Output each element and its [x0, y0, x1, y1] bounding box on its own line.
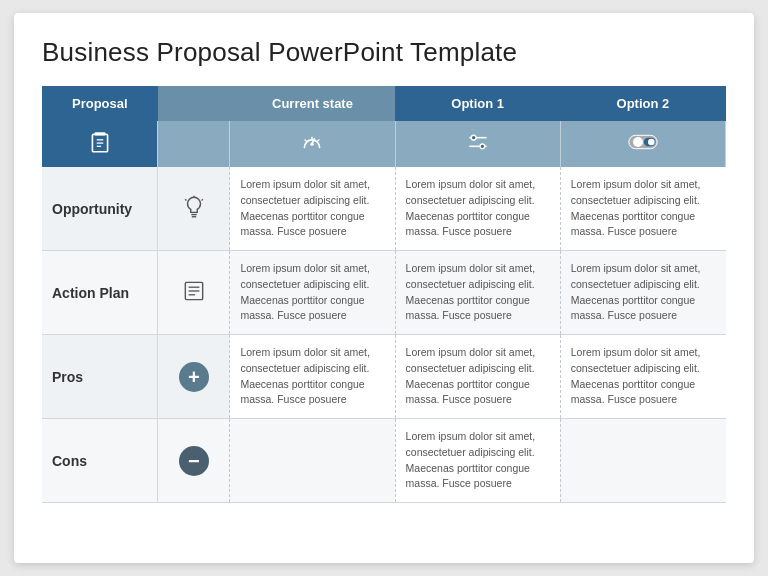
- table-row-pros: Pros + Lorem ipsum dolor sit amet, conse…: [42, 335, 726, 419]
- row-label-actionplan: Action Plan: [42, 251, 158, 335]
- row-text-actionplan-opt1: Lorem ipsum dolor sit amet, consectetuer…: [395, 251, 560, 335]
- toggle-icon: [628, 133, 658, 151]
- table-row-opportunity: Opportunity Lorem ipsum dolor sit amet, …: [42, 167, 726, 251]
- svg-point-14: [633, 137, 643, 147]
- row-text-cons-opt2: [560, 419, 725, 503]
- table-row-cons: Cons − Lorem ipsum dolor sit amet, conse…: [42, 419, 726, 503]
- row-icon-cons: −: [158, 419, 230, 503]
- sliders-icon: [465, 129, 491, 155]
- svg-point-12: [480, 144, 485, 149]
- table-header-row: Proposal Current state Option 1 Option 2: [42, 86, 726, 121]
- th-icon-spacer: [158, 86, 230, 121]
- lightbulb-icon: [181, 194, 207, 220]
- row-label-opportunity: Opportunity: [42, 167, 158, 251]
- row-text-cons-opt1: Lorem ipsum dolor sit amet, consectetuer…: [395, 419, 560, 503]
- icon-opt2-cell: [560, 121, 725, 167]
- row-text-cons-current: [230, 419, 395, 503]
- svg-line-21: [201, 199, 202, 200]
- table-icon-row: [42, 121, 726, 167]
- svg-point-5: [311, 143, 314, 146]
- row-text-opportunity-opt2: Lorem ipsum dolor sit amet, consectetuer…: [560, 167, 725, 251]
- svg-point-10: [471, 135, 476, 140]
- row-label-pros: Pros: [42, 335, 158, 419]
- icon-current-placeholder: [158, 121, 230, 167]
- slide-title: Business Proposal PowerPoint Template: [42, 37, 726, 68]
- clipboard-icon: [87, 129, 113, 155]
- row-text-pros-opt1: Lorem ipsum dolor sit amet, consectetuer…: [395, 335, 560, 419]
- row-label-cons: Cons: [42, 419, 158, 503]
- row-icon-actionplan: [158, 251, 230, 335]
- row-icon-pros: +: [158, 335, 230, 419]
- speedometer-icon: [299, 129, 325, 155]
- row-text-pros-opt2: Lorem ipsum dolor sit amet, consectetuer…: [560, 335, 725, 419]
- slide: Business Proposal PowerPoint Template Pr…: [14, 13, 754, 563]
- svg-line-20: [185, 199, 186, 200]
- th-current: Current state: [230, 86, 395, 121]
- row-text-opportunity-current: Lorem ipsum dolor sit amet, consectetuer…: [230, 167, 395, 251]
- minus-circle-icon: −: [179, 446, 209, 476]
- th-option2: Option 2: [560, 86, 725, 121]
- icon-current-cell: [230, 121, 395, 167]
- row-text-opportunity-opt1: Lorem ipsum dolor sit amet, consectetuer…: [395, 167, 560, 251]
- proposal-table: Proposal Current state Option 1 Option 2: [42, 86, 726, 503]
- row-icon-opportunity: [158, 167, 230, 251]
- icon-proposal-cell: [42, 121, 158, 167]
- svg-line-6: [305, 140, 307, 141]
- th-option1: Option 1: [395, 86, 560, 121]
- svg-line-7: [318, 140, 320, 141]
- svg-point-16: [648, 139, 655, 146]
- row-text-pros-current: Lorem ipsum dolor sit amet, consectetuer…: [230, 335, 395, 419]
- plus-circle-icon: +: [179, 362, 209, 392]
- row-text-actionplan-opt2: Lorem ipsum dolor sit amet, consectetuer…: [560, 251, 725, 335]
- list-icon: [181, 278, 207, 304]
- th-proposal: Proposal: [42, 86, 158, 121]
- table-row-actionplan: Action Plan Lorem ipsum dolor sit amet, …: [42, 251, 726, 335]
- row-text-actionplan-current: Lorem ipsum dolor sit amet, consectetuer…: [230, 251, 395, 335]
- icon-opt1-cell: [395, 121, 560, 167]
